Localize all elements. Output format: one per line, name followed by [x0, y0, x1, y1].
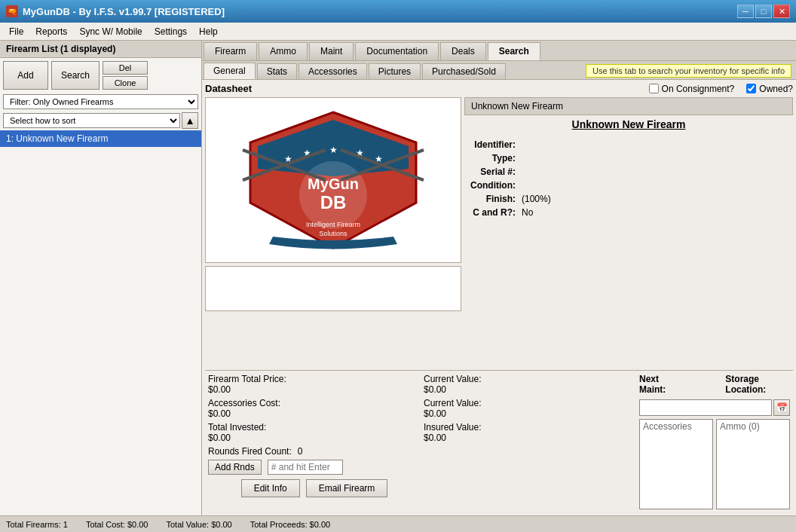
identifier-value — [522, 139, 787, 150]
menu-file[interactable]: File — [3, 25, 29, 38]
owned-label[interactable]: Owned? — [746, 84, 793, 94]
left-content: ★ ★ ★ ★ ★ MyGun DB Intelligent Firearm — [205, 97, 461, 370]
sub-tabs-row: General Stats Accessories Pictures Purch… — [202, 61, 796, 80]
checkbox-group: On Consignment? Owned? — [649, 84, 793, 94]
title-bar-left: 🔫 MyGunDB - By I.F.S. v1.99.7 [REGISTERE… — [6, 5, 225, 17]
tab-documentation[interactable]: Documentation — [355, 42, 439, 60]
tab-search[interactable]: Search — [488, 42, 540, 60]
add-rounds-row: Add Rnds — [208, 460, 421, 475]
total-proceeds: Total Proceeds: $0.00 — [250, 520, 330, 529]
total-invested-value: $0.00 — [208, 433, 421, 443]
svg-text:DB: DB — [320, 192, 347, 212]
minimize-button[interactable]: ─ — [737, 5, 754, 18]
subtab-pictures[interactable]: Pictures — [369, 63, 421, 79]
subtab-purchased-sold[interactable]: Purchased/Sold — [422, 63, 506, 79]
subtab-stats[interactable]: Stats — [257, 63, 297, 79]
sort-select[interactable]: Select how to sort — [3, 113, 180, 128]
total-invested-row: Total Invested: $0.00 — [208, 422, 421, 443]
serial-label: Serial #: — [470, 167, 516, 177]
finish-label: Finish: — [470, 194, 516, 204]
maint-col: Next Maint: Storage Location: 📅 Accessor… — [639, 374, 790, 509]
action-buttons: Edit Info Email Firearm — [208, 479, 421, 497]
firearm-list: 1: Unknown New Firearm — [0, 130, 201, 515]
logo-svg: ★ ★ ★ ★ ★ MyGun DB Intelligent Firearm — [235, 105, 431, 255]
calendar-button[interactable]: 📅 — [773, 399, 790, 416]
on-consignment-checkbox[interactable] — [649, 84, 659, 93]
condition-value — [522, 180, 787, 191]
tab-firearm[interactable]: Firearm — [204, 42, 257, 60]
sort-direction-button[interactable]: ▲ — [182, 112, 198, 129]
subtab-general[interactable]: General — [204, 63, 256, 79]
firearm-total-price-value: $0.00 — [208, 384, 421, 395]
candr-value: No — [522, 207, 787, 218]
filter-select[interactable]: Filter: Only Owned Firearms — [3, 94, 198, 109]
insured-value-value: $0.00 — [424, 433, 636, 443]
search-button[interactable]: Search — [51, 61, 100, 90]
maint-input-row: 📅 — [639, 399, 790, 416]
tab-ammo[interactable]: Ammo — [259, 42, 308, 60]
svg-text:Solutions: Solutions — [319, 230, 347, 237]
status-bar: Total Firearms: 1 Total Cost: $0.00 Tota… — [0, 515, 796, 532]
main-tabs-row: Firearm Ammo Maint Documentation Deals S… — [202, 41, 796, 61]
app-icon: 🔫 — [6, 5, 18, 17]
add-button[interactable]: Add — [3, 61, 48, 90]
financials-left: Firearm Total Price: $0.00 Accessories C… — [208, 374, 421, 509]
add-rounds-button[interactable]: Add Rnds — [208, 460, 262, 475]
del-clone-group: Del Clone — [103, 61, 148, 90]
subtab-accessories[interactable]: Accessories — [298, 63, 367, 79]
list-item[interactable]: 1: Unknown New Firearm — [0, 130, 201, 147]
candr-label: C and R?: — [470, 207, 516, 218]
clone-button[interactable]: Clone — [103, 76, 148, 90]
panels-row: Accessories Ammo (0) — [639, 419, 790, 509]
svg-text:MyGun: MyGun — [308, 176, 359, 192]
content-area: ★ ★ ★ ★ ★ MyGun DB Intelligent Firearm — [205, 97, 793, 370]
datasheet-title: Datasheet — [205, 83, 252, 94]
rounds-input[interactable] — [268, 460, 343, 475]
accessories-panel: Accessories — [639, 419, 713, 509]
menu-settings[interactable]: Settings — [148, 25, 193, 38]
left-panel: Firearm List (1 displayed) Add Search De… — [0, 41, 202, 515]
firearm-total-price-label: Firearm Total Price: — [208, 374, 421, 384]
close-button[interactable]: ✕ — [773, 5, 790, 18]
tab-maint[interactable]: Maint — [309, 42, 354, 60]
rounds-fired-count: 0 — [298, 446, 303, 457]
accessories-cost-label: Accessories Cost: — [208, 398, 421, 408]
menu-help[interactable]: Help — [193, 25, 224, 38]
accessories-panel-label: Accessories — [643, 421, 692, 432]
current-value2-value: $0.00 — [424, 408, 636, 419]
datasheet-area: Datasheet On Consignment? Owned? — [202, 80, 796, 515]
tab-hint: Use this tab to search your inventory fo… — [586, 64, 791, 78]
owned-checkbox[interactable] — [746, 84, 756, 93]
ammo-panel-label: Ammo (0) — [720, 421, 760, 432]
current-value1-row: Current Value: $0.00 — [424, 374, 636, 395]
current-value2-label: Current Value: — [424, 398, 636, 408]
condition-label: Condition: — [470, 180, 516, 191]
current-value1-value: $0.00 — [424, 384, 636, 395]
svg-text:★: ★ — [329, 145, 338, 155]
insured-value-row: Insured Value: $0.00 — [424, 422, 636, 443]
email-firearm-button[interactable]: Email Firearm — [306, 479, 388, 497]
identifier-label: Identifier: — [470, 139, 516, 150]
menu-reports[interactable]: Reports — [29, 25, 73, 38]
ammo-panel: Ammo (0) — [716, 419, 790, 509]
firearm-name-header: Unknown New Firearm — [464, 97, 793, 115]
bottom-main: Firearm Total Price: $0.00 Accessories C… — [205, 370, 793, 512]
main-container: Firearm List (1 displayed) Add Search De… — [0, 41, 796, 515]
svg-text:Intelligent Firearm: Intelligent Firearm — [306, 221, 360, 228]
edit-info-button[interactable]: Edit Info — [241, 479, 300, 497]
rounds-row: Rounds Fired Count: 0 — [208, 446, 421, 457]
title-bar-controls: ─ □ ✕ — [737, 5, 790, 18]
right-content: Unknown New Firearm Unknown New Firearm … — [464, 97, 793, 370]
total-value: Total Value: $0.00 — [166, 520, 231, 529]
tab-deals[interactable]: Deals — [440, 42, 486, 60]
left-panel-buttons: Add Search Del Clone — [0, 58, 201, 93]
maint-date-input[interactable] — [639, 399, 772, 416]
del-button[interactable]: Del — [103, 61, 148, 75]
maximize-button[interactable]: □ — [755, 5, 772, 18]
menu-sync[interactable]: Sync W/ Mobile — [73, 25, 148, 38]
on-consignment-label[interactable]: On Consignment? — [649, 84, 735, 94]
firearm-name-title: Unknown New Firearm — [464, 118, 793, 130]
insured-value-label: Insured Value: — [424, 422, 636, 433]
total-firearms: Total Firearms: 1 — [6, 520, 68, 529]
maint-storage-header: Next Maint: Storage Location: — [639, 374, 790, 396]
